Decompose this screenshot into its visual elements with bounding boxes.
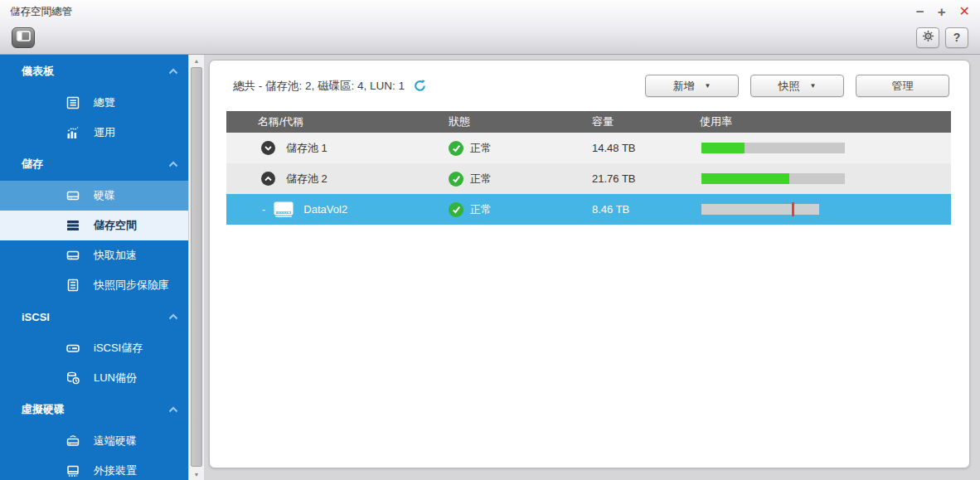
- close-icon[interactable]: ✕: [959, 5, 970, 18]
- volume-name: DataVol2: [303, 203, 347, 216]
- storage-panel: 總共 - 儲存池: 2, 磁碟區: 4, LUN: 1 新增 ▼ 快照 ▼: [209, 60, 970, 468]
- sidebar-item-external-storage[interactable]: 外接裝置: [0, 456, 188, 480]
- action-buttons: 新增 ▼ 快照 ▼ 管理: [645, 75, 949, 97]
- sidebar-item-label: 儲存空間: [94, 218, 137, 233]
- header-status[interactable]: 狀態: [449, 114, 592, 129]
- sidebar-item-label: 遠端硬碟: [94, 434, 137, 448]
- sidebar-section-dashboard[interactable]: 儀表板: [0, 55, 188, 88]
- chevron-up-icon: [168, 161, 178, 167]
- iscsi-disk-icon: [65, 340, 81, 356]
- status-ok-icon: [449, 172, 463, 187]
- refresh-icon[interactable]: [413, 79, 427, 93]
- section-label: 儲存: [22, 157, 43, 172]
- usage-bar: [701, 173, 845, 184]
- snapshot-vault-icon: [65, 277, 81, 293]
- expand-chevron-up-icon[interactable]: [261, 172, 275, 186]
- sidebar-item-snapshot-vault[interactable]: 快照同步保險庫: [0, 270, 188, 300]
- pool-name: 儲存池 2: [286, 172, 327, 187]
- snapshot-button-label: 快照: [779, 79, 800, 94]
- storage-space-icon: [65, 217, 81, 234]
- sidebar-item-disks[interactable]: 硬碟: [0, 181, 188, 211]
- section-label: 虛擬硬碟: [22, 402, 65, 417]
- sidebar-item-utilization[interactable]: 運用: [0, 118, 188, 148]
- summary-row: 總共 - 儲存池: 2, 磁碟區: 4, LUN: 1 新增 ▼ 快照 ▼: [210, 61, 969, 111]
- volume-disk-icon: [273, 201, 294, 218]
- dropdown-arrow-icon: ▼: [705, 82, 711, 90]
- help-icon: ?: [953, 31, 961, 44]
- main-area: 總共 - 儲存池: 2, 磁碟區: 4, LUN: 1 新增 ▼ 快照 ▼: [204, 55, 980, 480]
- sidebar-section-iscsi[interactable]: iSCSI: [0, 300, 188, 333]
- external-device-icon: [65, 463, 81, 479]
- sidebar-item-iscsi-storage[interactable]: iSCSI儲存: [0, 333, 188, 363]
- usage-bar-fill: [701, 143, 745, 153]
- sidebar-item-overview[interactable]: 總覽: [0, 88, 188, 118]
- cache-disk-icon: [65, 247, 81, 264]
- status-text: 正常: [470, 172, 492, 187]
- layout-panel-icon: [17, 31, 31, 44]
- title-bar: 儲存空間總管 − + ✕: [0, 0, 980, 23]
- status-ok-icon: [449, 141, 463, 156]
- gear-icon: [922, 30, 934, 45]
- table-row-pool-1[interactable]: 儲存池 1 正常 14.48 TB: [226, 133, 951, 163]
- table-row-volume-datavol2[interactable]: - DataVol2 正常 8.46 TB: [226, 194, 951, 225]
- capacity-value: 14.48 TB: [592, 142, 700, 154]
- section-label: 儀表板: [22, 64, 54, 79]
- sidebar-section-virtual-disk[interactable]: 虛擬硬碟: [0, 393, 188, 426]
- chart-icon: [65, 124, 81, 141]
- settings-button[interactable]: [916, 27, 939, 48]
- window-title: 儲存空間總管: [10, 5, 72, 19]
- sidebar-item-lun-backup[interactable]: LUN備份: [0, 363, 188, 393]
- app-window: 儲存空間總管 − + ✕ ?: [0, 0, 980, 480]
- snapshot-button[interactable]: 快照 ▼: [750, 75, 844, 97]
- chevron-up-icon: [168, 68, 178, 75]
- sidebar-item-label: 總覽: [94, 95, 115, 110]
- header-capacity[interactable]: 容量: [592, 114, 700, 129]
- help-button[interactable]: ?: [945, 27, 968, 48]
- toolbar-right: ?: [916, 27, 968, 48]
- sidebar-scrollbar[interactable]: ▲ ▼: [188, 55, 204, 480]
- header-usage[interactable]: 使用率: [700, 114, 951, 129]
- volume-indent-dash: -: [262, 203, 265, 216]
- sidebar-item-cache-acceleration[interactable]: 快取加速: [0, 240, 188, 270]
- scroll-down-icon[interactable]: ▼: [189, 468, 204, 480]
- sidebar-item-label: 運用: [94, 125, 115, 140]
- window-header: 儲存空間總管 − + ✕ ?: [0, 0, 980, 55]
- create-button[interactable]: 新增 ▼: [645, 75, 739, 97]
- table-row-pool-2[interactable]: 儲存池 2 正常 21.76 TB: [226, 163, 951, 194]
- sidebar-item-label: 快取加速: [94, 248, 137, 263]
- minimize-icon[interactable]: −: [916, 5, 924, 19]
- disk-icon: [65, 187, 81, 204]
- window-controls: − + ✕: [916, 5, 970, 19]
- sidebar-item-remote-disk[interactable]: 遠端硬碟: [0, 426, 188, 456]
- create-button-label: 新增: [673, 79, 695, 94]
- summary-text: 總共 - 儲存池: 2, 磁碟區: 4, LUN: 1: [233, 79, 405, 94]
- chevron-up-icon: [168, 406, 178, 413]
- capacity-value: 21.76 TB: [592, 172, 700, 185]
- sidebar-item-label: 外接裝置: [94, 463, 137, 478]
- sidebar-section-storage[interactable]: 儲存: [0, 148, 188, 181]
- toolbar: ?: [0, 23, 980, 51]
- expand-chevron-down-icon[interactable]: [261, 141, 275, 155]
- overview-icon: [65, 95, 81, 111]
- manage-button[interactable]: 管理: [856, 75, 949, 97]
- manage-button-label: 管理: [892, 79, 914, 94]
- maximize-icon[interactable]: +: [938, 5, 946, 19]
- usage-bar: [701, 204, 819, 215]
- header-name[interactable]: 名稱/代稱: [226, 114, 449, 129]
- status-text: 正常: [470, 202, 492, 217]
- pool-name: 儲存池 1: [286, 141, 327, 156]
- sidebar-item-label: iSCSI儲存: [94, 341, 143, 356]
- lun-backup-icon: [65, 370, 81, 386]
- sidebar-item-label: 硬碟: [94, 188, 115, 203]
- table-header: 名稱/代稱 狀態 容量 使用率: [226, 111, 951, 133]
- chevron-up-icon: [168, 313, 178, 320]
- dropdown-arrow-icon: ▼: [810, 82, 817, 90]
- usage-bar-fill: [701, 173, 789, 184]
- usage-threshold-marker: [792, 202, 794, 216]
- sidebar-toggle-button[interactable]: [12, 27, 35, 48]
- sidebar-item-storage-space[interactable]: 儲存空間: [0, 211, 188, 240]
- section-label: iSCSI: [22, 311, 50, 323]
- scroll-up-icon[interactable]: ▲: [189, 55, 204, 66]
- scrollbar-thumb[interactable]: [191, 67, 202, 467]
- content-area: 儀表板 總覽 運用 儲存: [0, 55, 980, 480]
